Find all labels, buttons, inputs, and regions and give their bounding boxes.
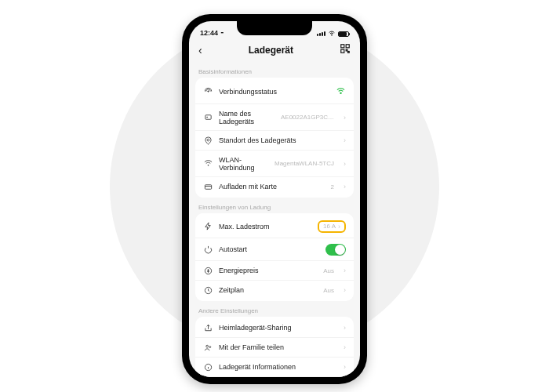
row-label: Zeitplan: [219, 286, 317, 294]
row-family-share[interactable]: Mit der Familie teilen ›: [195, 338, 354, 358]
broadcast-icon: [203, 87, 213, 96]
row-connection-status[interactable]: Verbindungsstatus: [195, 79, 354, 104]
row-charger-info[interactable]: Ladegerät Informationen ›: [195, 358, 354, 377]
svg-rect-3: [341, 49, 344, 53]
row-label: Aufladen mit Karte: [219, 183, 325, 191]
tag-icon: [203, 113, 213, 122]
chevron-right-icon: ›: [344, 160, 346, 168]
svg-rect-4: [346, 49, 347, 51]
battery-icon: [338, 31, 349, 37]
card-charge: Max. Ladestrom 16 A › Autostart Energiep…: [195, 213, 354, 301]
chevron-right-icon: ›: [344, 286, 346, 294]
row-label: Autostart: [219, 245, 319, 253]
row-value: AE0022A1GP3C…: [281, 114, 334, 121]
card-icon: [203, 183, 213, 191]
chevron-right-icon: ›: [338, 223, 340, 230]
row-label: Max. Ladestrom: [219, 223, 311, 230]
svg-point-11: [208, 165, 209, 165]
svg-rect-5: [348, 52, 350, 53]
row-value: Aus: [323, 267, 334, 274]
back-button[interactable]: ‹: [198, 44, 202, 56]
settings-content: Basisinformationen Verbindungsstatus Nam…: [189, 62, 360, 377]
wifi-icon: [203, 159, 213, 168]
autostart-icon: [203, 245, 213, 254]
chevron-right-icon: ›: [344, 114, 346, 122]
row-label: Mit der Familie teilen: [219, 343, 334, 351]
status-right: [317, 31, 349, 37]
wifi-icon: [328, 31, 336, 37]
row-label: Heimladegerät-Sharing: [219, 324, 334, 332]
svg-rect-2: [346, 45, 349, 48]
svg-point-16: [209, 346, 210, 347]
chevron-right-icon: ›: [344, 343, 346, 351]
section-label-charge: Einstellungen von Ladung: [189, 198, 360, 213]
page-header: ‹ Ladegerät: [189, 38, 360, 62]
notch: [237, 21, 312, 35]
row-label: Verbindungsstatus: [219, 88, 329, 96]
chevron-right-icon: ›: [344, 324, 346, 332]
svg-point-9: [206, 117, 207, 118]
phone-screen: 12:44 ⁃ ‹ Ladegerät Basisinformationen V…: [189, 21, 360, 377]
card-other: Heimladegerät-Sharing › Mit der Familie …: [195, 317, 354, 377]
row-max-current[interactable]: Max. Ladestrom 16 A ›: [195, 215, 354, 238]
svg-point-6: [207, 91, 208, 92]
row-schedule[interactable]: Zeitplan Aus ›: [195, 281, 354, 299]
section-label-basic: Basisinformationen: [189, 62, 360, 78]
page-title: Ladegerät: [249, 45, 293, 56]
highlighted-value: 16 A ›: [318, 220, 346, 233]
svg-point-0: [332, 34, 333, 35]
clock-icon: [203, 286, 213, 295]
svg-rect-12: [205, 184, 211, 189]
location-icon: [203, 136, 213, 145]
row-label: Name des Ladegeräts: [219, 110, 274, 125]
row-charger-name[interactable]: Name des Ladegeräts AE0022A1GP3C… ›: [195, 104, 354, 131]
row-autostart[interactable]: Autostart: [195, 238, 354, 261]
row-value: MagentaWLAN-5TCJ: [274, 160, 334, 167]
svg-rect-1: [341, 45, 344, 48]
svg-point-15: [205, 345, 208, 347]
chevron-right-icon: ›: [344, 363, 346, 371]
row-card-charge[interactable]: Aufladen mit Karte 2 ›: [195, 177, 354, 196]
status-time: 12:44 ⁃: [200, 29, 224, 37]
signal-icon: [317, 31, 325, 36]
section-label-other: Andere Einstellungen: [189, 301, 360, 317]
share-icon: [203, 324, 213, 332]
chevron-right-icon: ›: [344, 136, 346, 144]
row-home-sharing[interactable]: Heimladegerät-Sharing ›: [195, 318, 354, 338]
row-value: 16 A: [323, 223, 336, 230]
info-icon: [203, 363, 213, 372]
svg-rect-8: [205, 115, 210, 120]
row-value: Aus: [323, 287, 334, 294]
svg-point-7: [340, 93, 341, 93]
price-icon: [203, 267, 213, 275]
row-label: Ladegerät Informationen: [219, 363, 334, 371]
family-icon: [203, 343, 213, 352]
wifi-connected-icon: [336, 85, 346, 99]
card-basic: Verbindungsstatus Name des Ladegeräts AE…: [195, 78, 354, 198]
autostart-toggle[interactable]: [325, 244, 346, 256]
qr-icon[interactable]: [340, 43, 351, 57]
row-label: Standort des Ladegeräts: [219, 136, 334, 144]
chevron-right-icon: ›: [344, 267, 346, 274]
current-icon: [203, 222, 213, 230]
row-energy-price[interactable]: Energiepreis Aus ›: [195, 261, 354, 281]
svg-point-10: [207, 139, 209, 141]
row-wlan[interactable]: WLAN-Verbindung MagentaWLAN-5TCJ ›: [195, 151, 354, 177]
chevron-right-icon: ›: [344, 183, 346, 191]
phone-frame: 12:44 ⁃ ‹ Ladegerät Basisinformationen V…: [182, 14, 367, 384]
row-label: Energiepreis: [219, 267, 317, 274]
row-label: WLAN-Verbindung: [219, 156, 268, 172]
row-value: 2: [331, 183, 334, 191]
row-charger-location[interactable]: Standort des Ladegeräts ›: [195, 131, 354, 151]
